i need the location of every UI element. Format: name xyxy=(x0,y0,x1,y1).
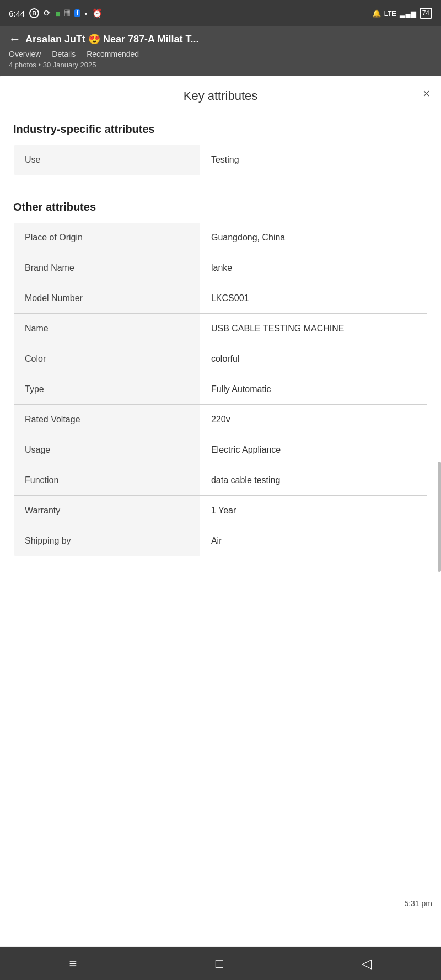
status-green-icon: ■ xyxy=(55,9,60,18)
industry-val-0: Testing xyxy=(200,145,427,175)
industry-section: Industry-specific attributes Use Testing xyxy=(0,112,441,181)
status-lte-icon: LTE xyxy=(384,9,397,18)
table-row: Colorcolorful xyxy=(14,344,428,374)
other-val-2: LKCS001 xyxy=(200,283,427,314)
nav-title: Arsalan JuTt 😍 Near 787-A Millat T... xyxy=(25,33,198,45)
other-val-6: 220v xyxy=(200,405,427,435)
other-key-9: Warranty xyxy=(14,496,200,526)
other-val-5: Fully Automatic xyxy=(200,374,427,405)
nav-title-row: ← Arsalan JuTt 😍 Near 787-A Millat T... xyxy=(9,32,432,46)
status-bar-right: 🔔 LTE ▂▄▆ 74 xyxy=(372,8,432,19)
other-val-8: data cable testing xyxy=(200,465,427,496)
tab-overview[interactable]: Overview xyxy=(9,49,41,60)
other-val-10: Air xyxy=(200,526,427,556)
battery-level: 74 xyxy=(422,9,429,17)
industry-section-title: Industry-specific attributes xyxy=(13,123,428,136)
industry-attributes-table: Use Testing xyxy=(13,144,428,175)
table-row: NameUSB CABLE TESTING MACHINE xyxy=(14,314,428,344)
other-section: Other attributes Place of OriginGuangdon… xyxy=(0,190,441,562)
status-battery-box: 74 xyxy=(420,8,432,19)
bottom-nav: ≡ □ ◁ xyxy=(0,947,441,980)
nav-header: ← Arsalan JuTt 😍 Near 787-A Millat T... … xyxy=(0,26,441,76)
table-row: Warranty1 Year xyxy=(14,496,428,526)
timestamp: 5:31 pm xyxy=(404,899,432,908)
modal-close-button[interactable]: × xyxy=(423,88,430,100)
nav-subtitle: 4 photos • 30 January 2025 xyxy=(9,61,432,69)
status-wifi-icon: 🔔 xyxy=(372,9,381,18)
table-row: UsageElectric Appliance xyxy=(14,435,428,465)
other-key-5: Type xyxy=(14,374,200,405)
tab-details[interactable]: Details xyxy=(52,49,76,60)
industry-key-0: Use xyxy=(14,145,200,175)
table-row: Use Testing xyxy=(14,145,428,175)
bottom-menu-icon[interactable]: ≡ xyxy=(69,956,77,971)
other-key-4: Color xyxy=(14,344,200,374)
other-val-9: 1 Year xyxy=(200,496,427,526)
table-row: Place of OriginGuangdong, China xyxy=(14,223,428,253)
table-row: Shipping byAir xyxy=(14,526,428,556)
other-key-6: Rated Voltage xyxy=(14,405,200,435)
status-dot-icon: • xyxy=(84,9,87,18)
status-signal-icon: 𝄜 xyxy=(64,8,70,18)
status-msg-icon: ⟳ xyxy=(44,8,51,18)
other-key-8: Function xyxy=(14,465,200,496)
status-b-icon: B xyxy=(29,8,39,18)
other-key-3: Name xyxy=(14,314,200,344)
other-key-10: Shipping by xyxy=(14,526,200,556)
other-key-7: Usage xyxy=(14,435,200,465)
status-fb-icon: f xyxy=(74,9,80,17)
other-key-1: Brand Name xyxy=(14,253,200,283)
other-section-title: Other attributes xyxy=(13,201,428,213)
other-key-0: Place of Origin xyxy=(14,223,200,253)
bottom-home-icon[interactable]: □ xyxy=(216,956,224,971)
table-row: Brand Namelanke xyxy=(14,253,428,283)
table-row: Rated Voltage220v xyxy=(14,405,428,435)
other-val-4: colorful xyxy=(200,344,427,374)
table-row: Model NumberLKCS001 xyxy=(14,283,428,314)
modal-container: Key attributes × Industry-specific attri… xyxy=(0,76,441,946)
back-button[interactable]: ← xyxy=(9,32,21,46)
status-bar: 6:44 B ⟳ ■ 𝄜 f • ⏰ 🔔 LTE ▂▄▆ 74 xyxy=(0,0,441,26)
other-attributes-table: Place of OriginGuangdong, ChinaBrand Nam… xyxy=(13,222,428,556)
other-key-2: Model Number xyxy=(14,283,200,314)
bottom-back-icon[interactable]: ◁ xyxy=(362,956,372,971)
status-alarm-icon: ⏰ xyxy=(92,8,103,18)
modal-header: Key attributes × xyxy=(0,76,441,112)
status-time: 6:44 xyxy=(9,9,25,18)
status-bar-left: 6:44 B ⟳ ■ 𝄜 f • ⏰ xyxy=(9,8,103,18)
table-row: TypeFully Automatic xyxy=(14,374,428,405)
status-signal-bars: ▂▄▆ xyxy=(400,9,416,18)
other-val-3: USB CABLE TESTING MACHINE xyxy=(200,314,427,344)
scroll-indicator[interactable] xyxy=(438,462,441,572)
nav-tabs: Overview Details Recommended xyxy=(9,49,432,60)
other-val-0: Guangdong, China xyxy=(200,223,427,253)
table-row: Functiondata cable testing xyxy=(14,465,428,496)
tab-recommended[interactable]: Recommended xyxy=(87,49,139,60)
modal-title: Key attributes xyxy=(184,89,258,103)
other-val-7: Electric Appliance xyxy=(200,435,427,465)
other-val-1: lanke xyxy=(200,253,427,283)
